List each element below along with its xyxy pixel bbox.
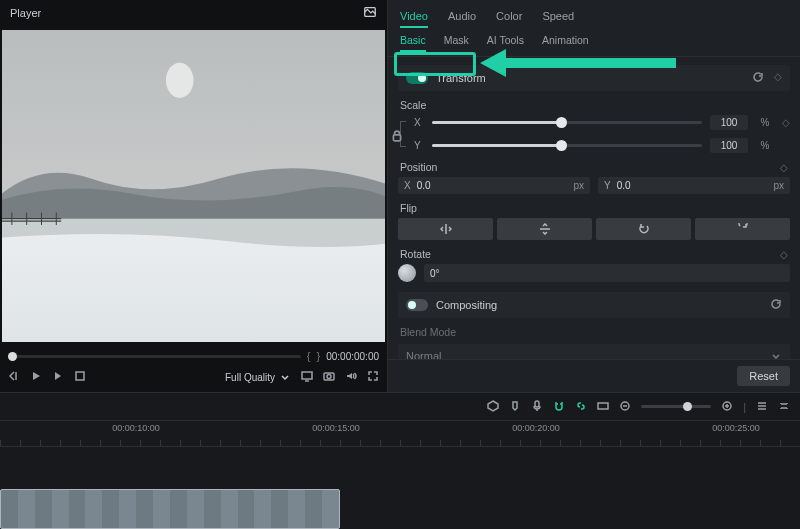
transform-section-header[interactable]: Transform ◇ [398,65,790,91]
subtab-animation[interactable]: Animation [542,34,589,52]
player-scrubber[interactable] [8,355,301,358]
svg-point-7 [327,375,331,379]
blend-mode-dropdown[interactable]: Normal [398,344,790,359]
playback-quality-dropdown[interactable]: Full Quality [225,371,291,383]
position-y-unit: px [773,180,784,191]
subtab-basic[interactable]: Basic [400,34,426,52]
rotate-cw-button[interactable] [695,218,790,240]
subtab-aitools[interactable]: AI Tools [487,34,524,52]
compositing-toggle[interactable] [406,299,428,311]
flip-label: Flip [400,202,417,214]
scale-x-keyframe-icon[interactable]: ◇ [782,117,790,128]
rotate-ccw-button[interactable] [596,218,691,240]
rotate-value[interactable]: 0° [424,264,790,282]
svg-rect-10 [598,403,608,409]
timeline-ruler[interactable]: 00:00:10:00 00:00:15:00 00:00:20:00 00:0… [0,421,800,447]
scale-x-axis-label: X [414,117,424,128]
compositing-reset-icon[interactable] [770,298,782,312]
position-x-unit: px [573,180,584,191]
chevron-down-icon [770,350,782,359]
fullscreen-icon[interactable] [367,370,379,384]
tab-speed[interactable]: Speed [542,6,574,28]
tab-audio[interactable]: Audio [448,6,476,28]
position-x-value: 0.0 [417,180,568,191]
chevron-down-icon [279,371,291,383]
volume-icon[interactable] [345,370,357,384]
video-preview[interactable] [2,30,385,342]
timeline-aspect-icon[interactable] [597,400,609,414]
scale-y-slider[interactable] [432,144,702,147]
compositing-label: Compositing [436,299,497,311]
position-label: Position [400,161,437,173]
timeline-clip[interactable] [0,489,340,529]
tab-color[interactable]: Color [496,6,522,28]
timeline-marker2-icon[interactable] [509,400,521,414]
display-mode-icon[interactable] [301,370,313,384]
stop-button[interactable] [74,370,86,384]
rotate-keyframe-icon[interactable]: ◇ [780,249,788,260]
timeline-link-icon[interactable] [575,400,587,414]
snapshot-frame-icon[interactable] [363,5,377,21]
timeline-mic-icon[interactable] [531,400,543,414]
position-y-field[interactable]: Y 0.0 px [598,177,790,194]
inspector-panel: Video Audio Color Speed Basic Mask AI To… [388,0,800,392]
ruler-label-3: 00:00:25:00 [712,423,760,433]
preview-frame [2,30,385,342]
ruler-label-1: 00:00:15:00 [312,423,360,433]
scale-x-unit: % [756,117,774,128]
zoom-out-icon[interactable] [619,400,631,414]
scale-y-unit: % [756,140,774,151]
transform-keyframe-icon[interactable]: ◇ [774,71,782,85]
scale-label: Scale [400,99,426,111]
transform-reset-icon[interactable] [752,71,764,85]
reset-button[interactable]: Reset [737,366,790,386]
playback-quality-label: Full Quality [225,372,275,383]
position-y-value: 0.0 [617,180,768,191]
svg-rect-8 [393,135,400,141]
tab-video[interactable]: Video [400,6,428,28]
zoom-in-icon[interactable] [721,400,733,414]
timeline-settings-icon[interactable] [778,400,790,414]
transform-toggle[interactable] [406,72,428,84]
rotate-knob[interactable] [398,264,416,282]
player-panel: Player [0,0,388,392]
timeline-marker-icon[interactable] [487,400,499,414]
flip-vertical-button[interactable] [497,218,592,240]
svg-rect-4 [76,372,84,380]
transform-label: Transform [436,72,486,84]
flip-horizontal-button[interactable] [398,218,493,240]
scale-x-slider[interactable] [432,121,702,124]
timeline-list-icon[interactable] [756,400,768,414]
ruler-label-2: 00:00:20:00 [512,423,560,433]
scale-x-value[interactable]: 100 [710,115,748,130]
mark-out-icon[interactable]: } [316,350,320,362]
blend-mode-label: Blend Mode [400,326,456,338]
timeline-tracks[interactable] [0,447,800,529]
svg-point-2 [166,63,194,98]
next-frame-button[interactable] [52,370,64,384]
scale-y-value[interactable]: 100 [710,138,748,153]
play-button[interactable] [30,370,42,384]
mark-in-icon[interactable]: { [307,350,311,362]
position-x-field[interactable]: X 0.0 px [398,177,590,194]
svg-rect-5 [302,372,312,379]
compositing-section-header[interactable]: Compositing [398,292,790,318]
prev-frame-button[interactable] [8,370,20,384]
timeline-panel: | 00:00:10:00 00:00:15:00 00:00:20:00 00… [0,392,800,529]
blend-mode-value: Normal [406,350,441,359]
position-y-label: Y [604,180,611,191]
position-x-label: X [404,180,411,191]
player-title: Player [10,7,41,19]
scale-y-axis-label: Y [414,140,424,151]
scale-lock-icon[interactable] [400,121,406,147]
timeline-magnet-icon[interactable] [553,400,565,414]
timeline-zoom-slider[interactable] [641,405,711,408]
snapshot-icon[interactable] [323,370,335,384]
svg-rect-9 [535,401,539,407]
player-timecode: 00:00:00:00 [326,351,379,362]
rotate-label: Rotate [400,248,431,260]
subtab-mask[interactable]: Mask [444,34,469,52]
position-keyframe-icon[interactable]: ◇ [780,162,788,173]
ruler-label-0: 00:00:10:00 [112,423,160,433]
